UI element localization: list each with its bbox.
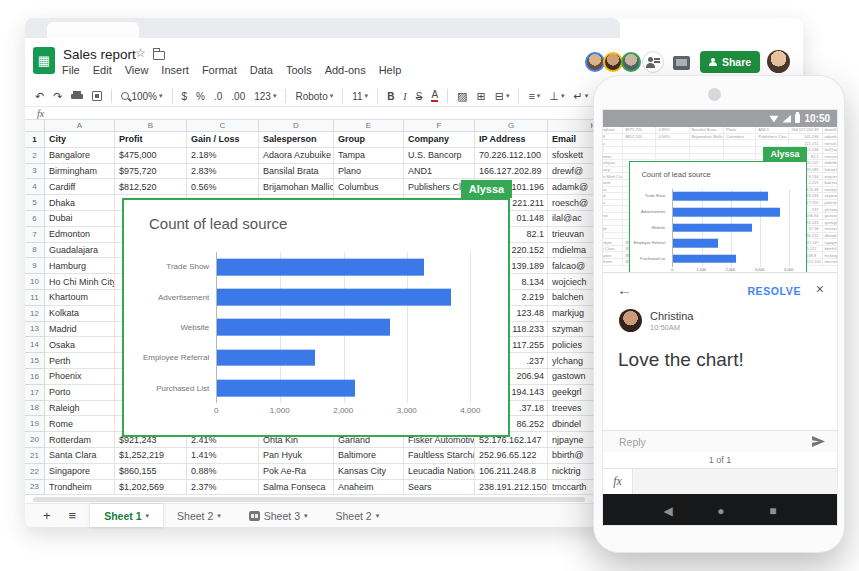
cell[interactable]: Guadalajara — [603, 160, 623, 167]
cell[interactable]: Faultless Starch/Bo — [404, 448, 475, 464]
cell[interactable]: $812,520 — [115, 179, 187, 195]
phone-formula-input[interactable] — [633, 469, 837, 494]
cell[interactable]: Birmingham — [45, 164, 115, 180]
print-button[interactable] — [71, 91, 83, 101]
cell[interactable]: Brijamohan Mallick — [259, 179, 334, 195]
cell[interactable]: Hamburg — [603, 167, 623, 174]
menu-file[interactable]: File — [62, 64, 80, 76]
cell[interactable]: $860,155 — [115, 464, 187, 480]
all-sheets-button[interactable]: ≡ — [69, 508, 77, 523]
cell[interactable]: Dhaka — [45, 195, 115, 211]
cell[interactable]: treeves — [823, 226, 837, 233]
increase-decimal-button[interactable]: .00 — [231, 91, 245, 102]
cell[interactable]: Rotterdam — [45, 432, 115, 448]
resolve-button[interactable]: RESOLVE — [747, 285, 801, 297]
reply-input[interactable]: Reply — [619, 436, 812, 448]
cell[interactable] — [623, 154, 656, 161]
menu-edit[interactable]: Edit — [93, 64, 112, 76]
cell[interactable]: Cardiff — [603, 134, 623, 141]
cell[interactable]: 106.211.248.8 — [475, 464, 548, 480]
column-header-F[interactable]: F — [404, 120, 475, 132]
cell[interactable]: falcao@ — [823, 167, 837, 174]
row-number[interactable]: 3 — [25, 164, 45, 180]
undo-button[interactable]: ↶ — [35, 90, 44, 103]
cell[interactable]: Trondheim — [603, 259, 623, 266]
cell[interactable]: Gain / Loss — [187, 132, 259, 148]
row-number[interactable]: 8 — [25, 243, 45, 259]
cell[interactable]: drewf@ — [823, 127, 837, 134]
cell[interactable]: Pok Ae-Ra — [259, 464, 334, 480]
cell[interactable]: 101.196 — [789, 134, 823, 141]
cell[interactable]: szyman — [823, 193, 837, 200]
cell[interactable]: 2.83% — [656, 127, 689, 134]
column-header-D[interactable]: D — [259, 120, 334, 132]
cell[interactable]: Santa Clara — [45, 448, 115, 464]
move-folder-icon[interactable] — [153, 51, 165, 60]
cell[interactable]: Trondheim — [45, 480, 115, 496]
cell[interactable]: Kolkata — [603, 187, 623, 194]
cell[interactable]: Columbus — [334, 179, 404, 195]
row-number[interactable]: 21 — [25, 448, 45, 464]
cell[interactable]: Kansas City — [334, 464, 404, 480]
cell[interactable]: Phoenix — [45, 369, 115, 385]
cell[interactable]: Raleigh — [603, 226, 623, 233]
cell[interactable]: Hamburg — [45, 258, 115, 274]
cell[interactable]: wojciech — [823, 173, 837, 180]
cell[interactable]: njpayne — [823, 239, 837, 246]
cell[interactable] — [724, 140, 756, 147]
cell[interactable]: Ho Chi Minh City — [45, 274, 115, 290]
cell[interactable] — [724, 147, 756, 154]
cell[interactable]: Edmonton — [45, 227, 115, 243]
cell[interactable]: AND1 — [404, 164, 475, 180]
cell[interactable]: trieuvan — [823, 154, 837, 161]
cell[interactable]: mdielma — [823, 160, 837, 167]
cell[interactable]: geekgrl — [823, 220, 837, 227]
decrease-decimal-button[interactable]: .0 — [214, 91, 222, 102]
nav-back-icon[interactable]: ◀ — [663, 504, 672, 518]
add-sheet-button[interactable]: + — [43, 508, 51, 523]
vertical-align-button[interactable]: ⊥▾ — [549, 90, 564, 103]
corner-cell[interactable] — [25, 120, 45, 132]
format-percent-button[interactable]: % — [196, 91, 205, 102]
cell[interactable] — [690, 154, 725, 161]
cell[interactable]: 2.83% — [187, 164, 259, 180]
cell[interactable]: Osaka — [603, 200, 623, 207]
fill-color-button[interactable]: ▨ — [457, 90, 467, 103]
cell[interactable]: Guadalajara — [45, 243, 115, 259]
phone-chart-object[interactable]: Count of lead sourceTrade ShowAdvertisem… — [629, 161, 807, 272]
cell[interactable]: Madrid — [603, 193, 623, 200]
cell[interactable]: Osaka — [45, 337, 115, 353]
menu-data[interactable]: Data — [250, 64, 273, 76]
cell[interactable]: Leucadia National — [404, 464, 475, 480]
cell[interactable]: Brijamohan Mallick — [690, 134, 725, 141]
cell[interactable]: Kolkata — [45, 306, 115, 322]
cell[interactable]: $975,720 — [115, 164, 187, 180]
cell[interactable]: AND1 — [756, 127, 789, 134]
cell[interactable]: adamk@ — [823, 134, 837, 141]
cell[interactable]: 70.226.112.100 — [475, 148, 548, 164]
cell[interactable]: 166.127.202.89 — [475, 164, 548, 180]
strikethrough-button[interactable]: S — [416, 91, 423, 102]
cell[interactable]: Company — [404, 132, 475, 148]
profile-avatar[interactable] — [767, 50, 790, 73]
cell[interactable]: Dubai — [603, 147, 623, 154]
cell[interactable]: Ho Chi Minh City — [603, 173, 623, 180]
cell[interactable]: $1,202,569 — [115, 480, 187, 496]
row-number[interactable]: 11 — [25, 290, 45, 306]
browser-tab[interactable] — [47, 22, 139, 38]
row-number[interactable]: 13 — [25, 322, 45, 338]
cell[interactable]: Publishers Clea — [756, 134, 789, 141]
font-size-button[interactable]: 11▾ — [352, 91, 368, 102]
share-button[interactable]: Share — [700, 51, 760, 73]
cell[interactable]: IP Address — [475, 132, 548, 148]
cell[interactable] — [724, 154, 756, 161]
sheet-tab-3[interactable]: Sheet 3▾ — [235, 504, 322, 527]
cell[interactable]: 2.18% — [187, 148, 259, 164]
collaborator-avatar-3[interactable] — [621, 52, 641, 72]
italic-button[interactable]: I — [403, 91, 406, 102]
cell[interactable]: 2.37% — [187, 480, 259, 496]
row-number[interactable]: 1 — [25, 132, 45, 148]
cell[interactable]: $1,252,219 — [115, 448, 187, 464]
row-number[interactable]: 16 — [25, 369, 45, 385]
cell[interactable] — [656, 154, 689, 161]
